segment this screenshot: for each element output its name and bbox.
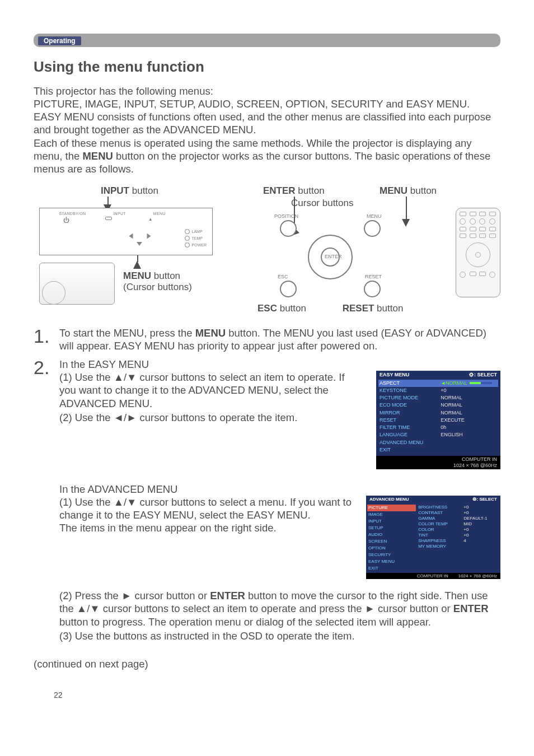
projector-diagram: STANDBY/ON INPUT MENU ⏻ ▲ LAMP TEMP <box>39 208 213 306</box>
adv-menu-heading: In the ADVANCED MENU <box>59 483 500 496</box>
easy-menu-screenshot: EASY MENU ⯐: SELECT ASPECT◄NORMALKEYSTON… <box>376 371 500 469</box>
panel-temp-label: TEMP <box>192 235 203 242</box>
step-1: 1. To start the MENU, press the MENU but… <box>34 326 500 352</box>
panel-power-label: POWER <box>192 242 207 249</box>
adv-step-2: (2) Press the ► cursor button or ENTER b… <box>59 589 500 628</box>
page-title: Using the menu function <box>34 58 500 76</box>
adv-step-1: (1) Use the ▲/▼ cursor buttons to select… <box>59 496 355 521</box>
easy-menu-row: KEYSTONE+0 <box>378 387 498 394</box>
adv-menu-item: AUDIO <box>367 531 416 538</box>
easy-menu-row: LANGUAGEENGLISH <box>378 431 498 438</box>
diag-esc-button <box>280 281 297 297</box>
page-number: 22 <box>34 690 500 699</box>
step-1-body: To start the MENU, press the MENU button… <box>59 326 500 352</box>
diag-position-button <box>280 220 297 237</box>
easy-menu-heading: In the EASY MENU <box>59 358 500 371</box>
easy-menu-row: ADVANCED MENU <box>378 439 498 446</box>
adv-menu-subitem: BRIGHTNESS+0 <box>418 505 499 510</box>
adv-menu-subitem: COLOR TEMPMID <box>418 521 499 527</box>
adv-menu-item: IMAGE <box>367 511 416 518</box>
adv-menu-item: PICTURE <box>367 505 416 511</box>
adv-menu-subitem: COLOR+0 <box>418 527 499 533</box>
projector-top-panel: STANDBY/ON INPUT MENU ⏻ ▲ LAMP TEMP <box>39 208 213 255</box>
easy-menu-row: MIRRORNORMAL <box>378 409 498 417</box>
section-bar: Operating <box>34 34 500 47</box>
easy-menu-row: PICTURE MODENORMAL <box>378 394 498 402</box>
easy-menu-select: ⯐: SELECT <box>469 372 497 378</box>
easy-step-1: (1) Use the ▲/▼ cursor buttons to select… <box>59 371 355 409</box>
adv-menu-item: SECURITY <box>367 552 416 558</box>
adv-menu-title: ADVANCED MENU <box>369 497 409 502</box>
step-2: 2. In the EASY MENU (1) Use the ▲/▼ curs… <box>34 358 500 642</box>
adv-step-1b: The items in the menu appear on the righ… <box>59 521 355 534</box>
step-1-number: 1. <box>34 326 51 352</box>
intro-text: This projector has the following menus: … <box>34 85 500 175</box>
easy-menu-row: FILTER TIME0h <box>378 424 498 431</box>
input-button-label: INPUT button <box>101 185 158 197</box>
diag-enter-label: ENTER <box>325 254 342 259</box>
adv-menu-foot1: COMPUTER IN <box>417 573 448 579</box>
diag-esc-label: ESC <box>278 274 288 279</box>
diag-position-label: POSITION <box>274 213 298 219</box>
diag-menu-label: MENU <box>367 213 382 219</box>
adv-menu-item: EXIT <box>367 565 416 572</box>
panel-standby-label: STANDBY/ON <box>59 212 86 216</box>
figure-area: INPUT button STANDBY/ON INPUT MENU ⏻ ▲ <box>34 185 500 320</box>
adv-menu-item: SETUP <box>367 525 416 531</box>
easy-menu-row: RESETEXECUTE <box>378 417 498 424</box>
menu-cursor-label: MENU button (Cursor buttons) <box>123 270 192 293</box>
esc-button-label: ESC button <box>257 303 306 314</box>
easy-menu-foot2: 1024 × 768 @60Hz <box>453 463 497 468</box>
projector-body-icon <box>39 263 115 305</box>
adv-menu-item: SCREEN <box>367 538 416 545</box>
enter-button-label: ENTER button <box>263 185 325 197</box>
adv-menu-item: INPUT <box>367 518 416 525</box>
remote-diagram <box>456 208 500 297</box>
adv-menu-subitem: CONTRAST+0 <box>418 510 499 516</box>
reset-button-label: RESET button <box>343 303 404 314</box>
adv-menu-item: EASY MENU <box>367 558 416 565</box>
adv-menu-subitem: MY MEMORY <box>418 544 499 549</box>
diag-reset-button <box>364 281 381 297</box>
easy-menu-title: EASY MENU <box>380 372 409 378</box>
adv-menu-subitem: TINT+0 <box>418 533 499 538</box>
adv-menu-item: OPTION <box>367 545 416 552</box>
easy-menu-row: ASPECT◄NORMAL <box>378 380 498 387</box>
adv-menu-select: ⯐: SELECT <box>472 497 497 502</box>
easy-menu-row: EXIT <box>378 446 498 454</box>
continued-text: (continued on next page) <box>34 658 500 670</box>
adv-menu-foot2: 1024 × 768 @60Hz <box>458 573 497 579</box>
cursor-buttons-label: Cursor buttons <box>291 198 354 209</box>
panel-input-label: INPUT <box>113 212 126 216</box>
adv-menu-screenshot: ADVANCED MENU ⯐: SELECT PICTUREIMAGEINPU… <box>366 496 500 580</box>
cursor-diagram: POSITION MENU ENTER ESC RESET <box>257 213 403 300</box>
diag-reset-label: RESET <box>365 274 382 279</box>
easy-step-2: (2) Use the ◄/► cursor buttons to operat… <box>59 411 355 424</box>
menu-button-label: MENU button <box>380 185 437 197</box>
easy-menu-row: ECO MODENORMAL <box>378 402 498 409</box>
adv-menu-subitem: SHARPNESS4 <box>418 538 499 544</box>
easy-menu-foot1: COMPUTER IN <box>462 456 497 462</box>
step-2-number: 2. <box>34 358 51 642</box>
adv-menu-subitem: GAMMADEFAULT-1 <box>418 516 499 521</box>
section-tag: Operating <box>38 36 81 45</box>
diag-menu-button <box>364 220 381 237</box>
panel-lamp-label: LAMP <box>192 228 203 235</box>
adv-step-3: (3) Use the buttons as instructed in the… <box>59 629 500 642</box>
panel-menu-label: MENU <box>153 212 166 216</box>
